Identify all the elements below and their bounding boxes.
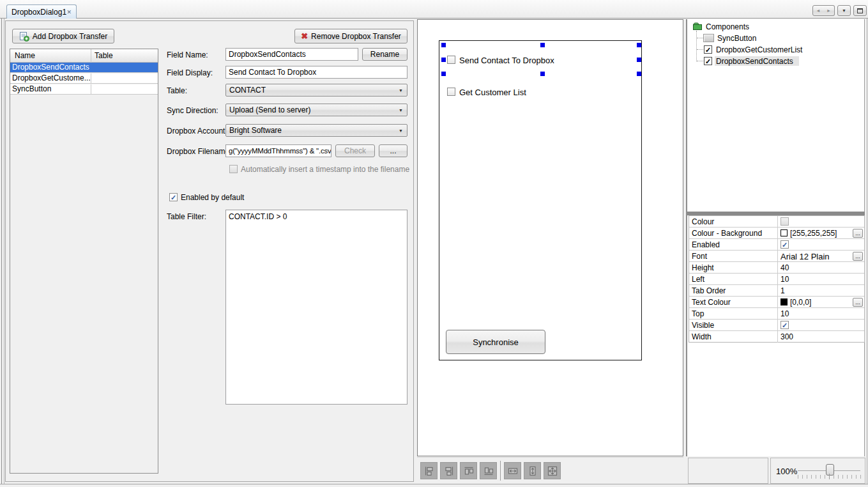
column-header-name[interactable]: Name xyxy=(15,51,35,60)
tree-item-syncbutton[interactable]: SyncButton xyxy=(717,34,756,43)
property-row: Width 300 xyxy=(689,331,864,343)
same-size-icon xyxy=(547,465,558,477)
arrow-right-icon: ► xyxy=(826,8,831,13)
checkbox-component-icon[interactable]: ✓ xyxy=(704,45,712,54)
selection-handle[interactable] xyxy=(441,72,446,76)
align-right-edges-button[interactable] xyxy=(440,462,457,479)
selection-handle[interactable] xyxy=(540,72,545,76)
rename-button[interactable]: Rename xyxy=(362,48,407,61)
window-left-edge-2 xyxy=(4,19,4,484)
table-select[interactable]: CONTACT ▼ xyxy=(225,84,407,97)
property-value[interactable]: 1 xyxy=(780,286,785,295)
field-display-input[interactable]: Send Contact To Dropbox xyxy=(225,66,407,79)
same-height-button[interactable] xyxy=(524,462,541,479)
property-name: Font xyxy=(692,252,707,261)
get-customer-checkbox[interactable] xyxy=(447,88,455,96)
column-header-table[interactable]: Table xyxy=(95,51,113,60)
transfers-table-header: Name Table xyxy=(10,49,158,63)
visible-checkbox[interactable]: ✓ xyxy=(780,321,789,329)
components-root-node[interactable]: Components xyxy=(706,22,749,31)
property-value[interactable]: [255,255,255] xyxy=(780,229,837,238)
check-icon: ✓ xyxy=(782,242,788,248)
zoom-percent-label: 100% xyxy=(776,467,797,476)
enabled-by-default-checkbox[interactable]: ✓ xyxy=(169,193,178,201)
transfers-table: Name Table DropboxSendContacts DropboxGe… xyxy=(10,49,158,474)
maximize-view-button[interactable] xyxy=(853,5,867,16)
table-row[interactable]: DropboxGetCustome... xyxy=(10,73,158,84)
align-right-icon xyxy=(443,465,455,477)
same-size-button[interactable] xyxy=(544,462,561,479)
rename-button-label: Rename xyxy=(370,50,399,59)
property-value[interactable]: 300 xyxy=(780,332,793,341)
property-row: Top 10 xyxy=(689,308,864,320)
tab-list-dropdown-button[interactable]: ▼ xyxy=(837,5,851,16)
synchronise-button[interactable]: Synchronise xyxy=(446,330,545,354)
add-button-label: Add Dropbox Transfer xyxy=(33,32,107,41)
design-canvas[interactable]: Send Contact To Dropbox Get Customer Lis… xyxy=(417,19,683,456)
table-filter-label: Table Filter: xyxy=(167,212,206,221)
color-swatch-black xyxy=(780,298,788,305)
property-name: Enabled xyxy=(692,240,720,249)
property-name: Top xyxy=(692,309,704,318)
table-row[interactable]: SyncButton xyxy=(10,84,158,95)
property-value[interactable]: 10 xyxy=(780,309,789,318)
window-bottom-edge xyxy=(0,484,868,484)
background-colour-browse-button[interactable]: ... xyxy=(853,229,863,238)
tree-connector xyxy=(697,61,703,61)
field-name-input[interactable]: DropboxSendContacts xyxy=(225,48,358,61)
dropbox-account-select[interactable]: Bright Software ▼ xyxy=(225,124,407,137)
tab-close-icon[interactable]: ✕ xyxy=(66,9,72,15)
scroll-tabs-left-button[interactable]: ◄ xyxy=(812,5,824,16)
property-value[interactable]: [0,0,0] xyxy=(780,298,811,307)
property-row: Visible ✓ xyxy=(689,320,864,331)
table-row[interactable]: DropboxSendContacts xyxy=(10,63,158,73)
toolbar-separator xyxy=(500,461,501,481)
check-icon: ✓ xyxy=(705,58,711,65)
timestamp-checkbox[interactable] xyxy=(229,165,238,173)
tab-dropboxdialog1[interactable]: DropboxDialog1 ✕ xyxy=(6,4,77,19)
selection-handle[interactable] xyxy=(637,43,641,47)
selection-handle[interactable] xyxy=(441,43,446,47)
add-dropbox-transfer-button[interactable]: Add Dropbox Transfer xyxy=(12,29,114,43)
same-width-button[interactable] xyxy=(504,462,521,479)
property-value[interactable]: Arial 12 Plain xyxy=(780,252,830,261)
align-bottom-edges-button[interactable] xyxy=(480,462,497,479)
align-left-edges-button[interactable] xyxy=(420,462,438,479)
zoom-slider-thumb[interactable] xyxy=(826,464,834,475)
tree-item-dropboxgetcustomerlist[interactable]: DropboxGetCustomerList xyxy=(716,45,802,54)
remove-x-icon: ✖ xyxy=(301,31,308,41)
send-contact-checkbox[interactable] xyxy=(447,56,455,64)
check-button[interactable]: Check xyxy=(335,144,375,157)
sync-direction-select[interactable]: Upload (Send to server) ▼ xyxy=(225,104,407,116)
folder-icon xyxy=(692,22,703,31)
property-value[interactable]: 40 xyxy=(780,263,789,272)
selection-handle[interactable] xyxy=(637,72,641,76)
arrow-left-icon: ◄ xyxy=(816,8,821,13)
send-contact-checkbox-label: Send Contact To Dropbox xyxy=(459,56,554,65)
column-divider[interactable] xyxy=(91,49,91,63)
same-height-icon xyxy=(527,465,538,477)
font-browse-button[interactable]: ... xyxy=(853,252,863,261)
scroll-tabs-right-button[interactable]: ► xyxy=(823,5,835,16)
tree-item-dropboxsendcontacts[interactable]: DropboxSendContacts xyxy=(716,57,793,66)
filename-browse-button[interactable]: ... xyxy=(379,144,407,157)
colour-checkbox[interactable] xyxy=(780,217,789,226)
property-name: Colour - Background xyxy=(692,229,762,238)
text-colour-browse-button[interactable]: ... xyxy=(853,298,863,307)
selection-handle[interactable] xyxy=(540,43,545,47)
ellipsis-icon: ... xyxy=(855,231,860,236)
get-customer-checkbox-label: Get Customer List xyxy=(459,88,526,97)
selection-handle[interactable] xyxy=(637,58,641,62)
table-filter-textarea[interactable]: CONTACT.ID > 0 xyxy=(225,210,407,405)
check-icon: ✓ xyxy=(782,322,788,329)
selection-handle[interactable] xyxy=(441,58,446,62)
property-value[interactable]: 10 xyxy=(780,275,789,284)
remove-dropbox-transfer-button[interactable]: ✖ Remove Dropbox Transfer xyxy=(294,29,407,43)
align-top-edges-button[interactable] xyxy=(460,462,477,479)
chevron-down-icon: ▼ xyxy=(399,128,403,133)
enabled-checkbox[interactable]: ✓ xyxy=(780,240,789,249)
button-component-icon xyxy=(703,34,714,42)
checkbox-component-icon[interactable]: ✓ xyxy=(704,57,712,65)
property-row: Colour xyxy=(689,216,864,228)
dropbox-filename-input[interactable]: g("yyyyMMddThhmmss") & ".csv" xyxy=(225,144,331,157)
